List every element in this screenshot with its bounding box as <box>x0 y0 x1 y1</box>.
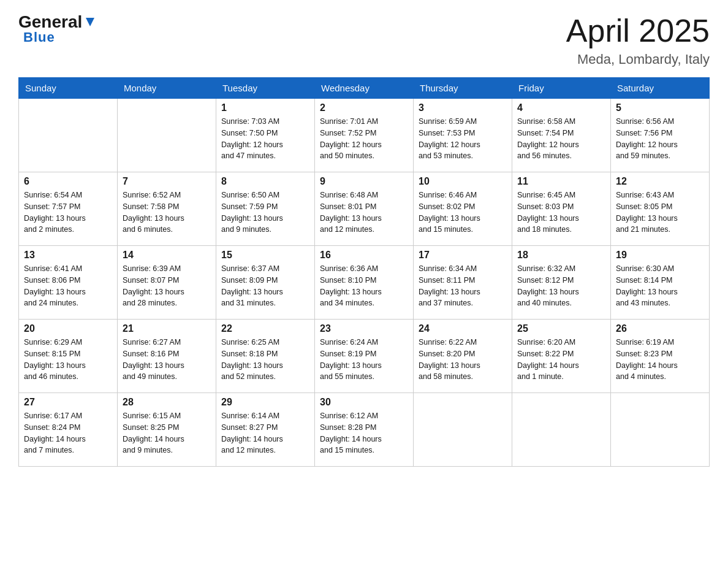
table-row <box>19 99 118 172</box>
day-info: Sunrise: 6:27 AMSunset: 8:16 PMDaylight:… <box>123 337 211 383</box>
day-info: Sunrise: 6:20 AMSunset: 8:22 PMDaylight:… <box>517 337 605 383</box>
day-number: 26 <box>616 323 704 334</box>
title-area: April 2025 Meda, Lombardy, Italy <box>566 12 710 67</box>
table-row <box>611 393 710 467</box>
day-number: 7 <box>123 176 211 187</box>
day-number: 23 <box>320 323 408 334</box>
day-number: 21 <box>123 323 211 334</box>
day-number: 4 <box>517 102 605 113</box>
calendar-week-row: 1Sunrise: 7:03 AMSunset: 7:50 PMDaylight… <box>19 99 710 172</box>
day-info: Sunrise: 6:45 AMSunset: 8:03 PMDaylight:… <box>517 190 605 236</box>
calendar-week-row: 27Sunrise: 6:17 AMSunset: 8:24 PMDayligh… <box>19 393 710 467</box>
day-number: 8 <box>221 176 309 187</box>
day-number: 13 <box>24 250 112 261</box>
table-row: 20Sunrise: 6:29 AMSunset: 8:15 PMDayligh… <box>19 320 118 393</box>
day-number: 28 <box>123 397 211 408</box>
day-number: 10 <box>419 176 507 187</box>
logo-triangle-icon <box>83 15 97 29</box>
page: General Blue April 2025 Meda, Lombardy, … <box>0 0 728 485</box>
day-number: 9 <box>320 176 408 187</box>
calendar-week-row: 20Sunrise: 6:29 AMSunset: 8:15 PMDayligh… <box>19 320 710 393</box>
table-row: 30Sunrise: 6:12 AMSunset: 8:28 PMDayligh… <box>315 393 414 467</box>
table-row <box>512 393 611 467</box>
day-number: 14 <box>123 250 211 261</box>
table-row: 2Sunrise: 7:01 AMSunset: 7:52 PMDaylight… <box>315 99 414 172</box>
table-row: 16Sunrise: 6:36 AMSunset: 8:10 PMDayligh… <box>315 246 414 320</box>
table-row: 23Sunrise: 6:24 AMSunset: 8:19 PMDayligh… <box>315 320 414 393</box>
svg-marker-0 <box>86 18 94 26</box>
table-row: 7Sunrise: 6:52 AMSunset: 7:58 PMDaylight… <box>118 172 216 246</box>
day-info: Sunrise: 6:50 AMSunset: 7:59 PMDaylight:… <box>221 190 309 236</box>
col-friday: Friday <box>512 78 611 99</box>
table-row: 10Sunrise: 6:46 AMSunset: 8:02 PMDayligh… <box>414 172 512 246</box>
day-info: Sunrise: 6:48 AMSunset: 8:01 PMDaylight:… <box>320 190 408 236</box>
day-number: 19 <box>616 250 704 261</box>
table-row: 24Sunrise: 6:22 AMSunset: 8:20 PMDayligh… <box>414 320 512 393</box>
day-info: Sunrise: 6:39 AMSunset: 8:07 PMDaylight:… <box>123 263 211 309</box>
col-sunday: Sunday <box>19 78 118 99</box>
day-number: 18 <box>517 250 605 261</box>
table-row: 14Sunrise: 6:39 AMSunset: 8:07 PMDayligh… <box>118 246 216 320</box>
calendar-week-row: 13Sunrise: 6:41 AMSunset: 8:06 PMDayligh… <box>19 246 710 320</box>
day-number: 22 <box>221 323 309 334</box>
day-info: Sunrise: 6:25 AMSunset: 8:18 PMDaylight:… <box>221 337 309 383</box>
day-number: 3 <box>419 102 507 113</box>
day-info: Sunrise: 6:37 AMSunset: 8:09 PMDaylight:… <box>221 263 309 309</box>
col-saturday: Saturday <box>611 78 710 99</box>
table-row: 11Sunrise: 6:45 AMSunset: 8:03 PMDayligh… <box>512 172 611 246</box>
day-number: 1 <box>221 102 309 113</box>
day-info: Sunrise: 6:32 AMSunset: 8:12 PMDaylight:… <box>517 263 605 309</box>
day-info: Sunrise: 7:01 AMSunset: 7:52 PMDaylight:… <box>320 116 408 162</box>
col-thursday: Thursday <box>414 78 512 99</box>
calendar-week-row: 6Sunrise: 6:54 AMSunset: 7:57 PMDaylight… <box>19 172 710 246</box>
col-wednesday: Wednesday <box>315 78 414 99</box>
month-title: April 2025 <box>566 12 710 49</box>
day-number: 11 <box>517 176 605 187</box>
table-row: 9Sunrise: 6:48 AMSunset: 8:01 PMDaylight… <box>315 172 414 246</box>
calendar-header-row: Sunday Monday Tuesday Wednesday Thursday… <box>19 78 710 99</box>
day-number: 2 <box>320 102 408 113</box>
day-info: Sunrise: 6:59 AMSunset: 7:53 PMDaylight:… <box>419 116 507 162</box>
table-row: 12Sunrise: 6:43 AMSunset: 8:05 PMDayligh… <box>611 172 710 246</box>
day-info: Sunrise: 6:36 AMSunset: 8:10 PMDaylight:… <box>320 263 408 309</box>
table-row: 19Sunrise: 6:30 AMSunset: 8:14 PMDayligh… <box>611 246 710 320</box>
day-info: Sunrise: 6:52 AMSunset: 7:58 PMDaylight:… <box>123 190 211 236</box>
col-tuesday: Tuesday <box>216 78 315 99</box>
day-number: 24 <box>419 323 507 334</box>
day-info: Sunrise: 6:46 AMSunset: 8:02 PMDaylight:… <box>419 190 507 236</box>
table-row: 13Sunrise: 6:41 AMSunset: 8:06 PMDayligh… <box>19 246 118 320</box>
day-info: Sunrise: 6:14 AMSunset: 8:27 PMDaylight:… <box>221 410 309 456</box>
day-number: 16 <box>320 250 408 261</box>
table-row <box>118 99 216 172</box>
day-info: Sunrise: 6:30 AMSunset: 8:14 PMDaylight:… <box>616 263 704 309</box>
table-row: 25Sunrise: 6:20 AMSunset: 8:22 PMDayligh… <box>512 320 611 393</box>
day-number: 29 <box>221 397 309 408</box>
table-row: 21Sunrise: 6:27 AMSunset: 8:16 PMDayligh… <box>118 320 216 393</box>
day-info: Sunrise: 6:58 AMSunset: 7:54 PMDaylight:… <box>517 116 605 162</box>
day-info: Sunrise: 6:54 AMSunset: 7:57 PMDaylight:… <box>24 190 112 236</box>
day-info: Sunrise: 6:22 AMSunset: 8:20 PMDaylight:… <box>419 337 507 383</box>
table-row: 5Sunrise: 6:56 AMSunset: 7:56 PMDaylight… <box>611 99 710 172</box>
day-info: Sunrise: 7:03 AMSunset: 7:50 PMDaylight:… <box>221 116 309 162</box>
day-number: 27 <box>24 397 112 408</box>
col-monday: Monday <box>118 78 216 99</box>
table-row: 15Sunrise: 6:37 AMSunset: 8:09 PMDayligh… <box>216 246 315 320</box>
table-row: 4Sunrise: 6:58 AMSunset: 7:54 PMDaylight… <box>512 99 611 172</box>
location: Meda, Lombardy, Italy <box>566 52 710 67</box>
logo: General Blue <box>18 12 98 45</box>
table-row: 22Sunrise: 6:25 AMSunset: 8:18 PMDayligh… <box>216 320 315 393</box>
day-info: Sunrise: 6:12 AMSunset: 8:28 PMDaylight:… <box>320 410 408 456</box>
day-number: 6 <box>24 176 112 187</box>
day-number: 20 <box>24 323 112 334</box>
table-row: 29Sunrise: 6:14 AMSunset: 8:27 PMDayligh… <box>216 393 315 467</box>
day-info: Sunrise: 6:15 AMSunset: 8:25 PMDaylight:… <box>123 410 211 456</box>
table-row: 3Sunrise: 6:59 AMSunset: 7:53 PMDaylight… <box>414 99 512 172</box>
table-row: 28Sunrise: 6:15 AMSunset: 8:25 PMDayligh… <box>118 393 216 467</box>
day-number: 12 <box>616 176 704 187</box>
table-row: 27Sunrise: 6:17 AMSunset: 8:24 PMDayligh… <box>19 393 118 467</box>
day-number: 17 <box>419 250 507 261</box>
table-row: 8Sunrise: 6:50 AMSunset: 7:59 PMDaylight… <box>216 172 315 246</box>
day-number: 5 <box>616 102 704 113</box>
logo-blue-text: Blue <box>23 29 55 45</box>
day-info: Sunrise: 6:43 AMSunset: 8:05 PMDaylight:… <box>616 190 704 236</box>
